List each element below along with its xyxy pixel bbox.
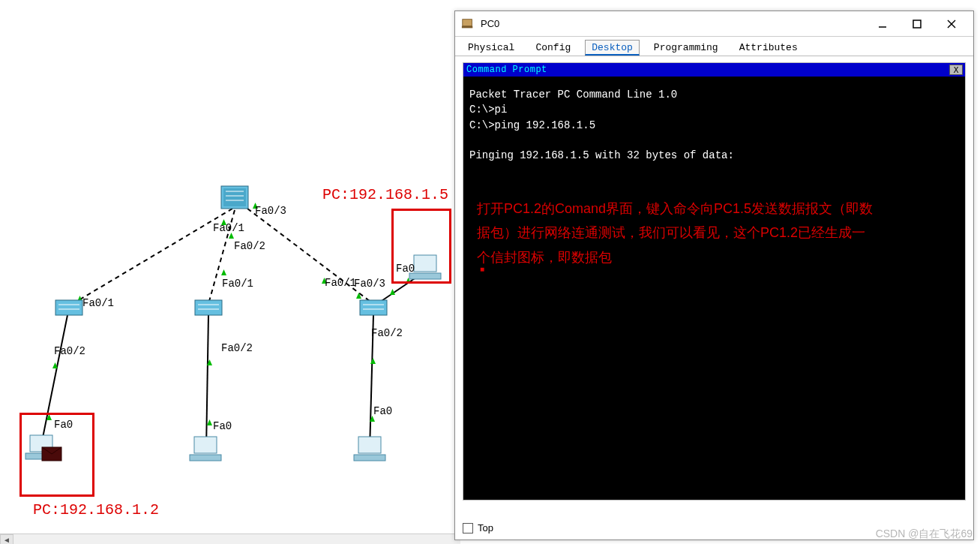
- annotation-pc-top-ip: PC:192.168.1.5: [322, 186, 448, 203]
- port-label: Fa0/1: [325, 277, 356, 289]
- port-label: Fa0: [373, 405, 392, 417]
- terminal-line: C:\>ping 192.168.1.5: [469, 119, 595, 131]
- core-switch-icon: [221, 186, 248, 209]
- svg-marker-19: [207, 419, 212, 425]
- terminal-line: C:\>pi: [469, 104, 507, 116]
- svg-rect-48: [462, 26, 472, 28]
- switch-left-icon: [55, 300, 82, 315]
- port-label: Fa0/1: [213, 222, 244, 234]
- always-on-top-checkbox[interactable]: [463, 523, 473, 533]
- port-label: Fa0/1: [222, 278, 253, 290]
- annotation-pc-left-ip: PC:192.168.1.2: [33, 501, 159, 518]
- svg-rect-47: [463, 19, 472, 26]
- port-label: Fa0/2: [221, 342, 253, 354]
- highlight-pc-top: [391, 209, 451, 284]
- terminal-overlay-note: 打开PC1.2的Comand界面，键入命令向PC1.5发送数据报文（即数据包）进…: [477, 197, 874, 269]
- switch-right-icon: [360, 300, 387, 315]
- window-title: PC0: [481, 18, 865, 29]
- svg-line-4: [206, 315, 208, 450]
- tab-programming[interactable]: Programming: [647, 40, 725, 56]
- close-button[interactable]: [934, 14, 969, 35]
- pc-app-icon: [461, 17, 475, 31]
- titlebar[interactable]: PC0: [455, 11, 973, 37]
- terminal-line: Pinging 192.168.1.5 with 32 bytes of dat…: [469, 149, 734, 161]
- pc-mid-icon: [190, 437, 221, 461]
- window-bottom-bar: Top: [463, 522, 493, 533]
- svg-marker-20: [370, 358, 376, 364]
- command-prompt-title: Command Prompt: [466, 65, 949, 75]
- pc0-window: PC0 Physical Config Desktop Programming …: [454, 11, 974, 540]
- terminal-line: Packet Tracer PC Command Line 1.0: [469, 89, 677, 101]
- always-on-top-label: Top: [478, 522, 493, 533]
- port-label: Fa0/3: [255, 205, 286, 217]
- command-prompt-titlebar: Command Prompt X: [463, 63, 965, 77]
- svg-rect-27: [55, 300, 82, 315]
- desktop-pane: Command Prompt X Packet Tracer PC Comman…: [463, 62, 966, 500]
- svg-rect-30: [195, 300, 222, 315]
- svg-marker-11: [221, 269, 226, 275]
- svg-line-0: [71, 209, 232, 305]
- command-prompt-terminal[interactable]: Packet Tracer PC Command Line 1.0 C:\>pi…: [463, 77, 965, 500]
- port-label: Fa0/1: [82, 297, 114, 309]
- port-label: Fa0/2: [371, 327, 403, 339]
- tab-attributes[interactable]: Attributes: [733, 40, 805, 56]
- svg-rect-43: [358, 437, 381, 453]
- maximize-button[interactable]: [900, 14, 934, 35]
- highlight-pc-left: [19, 413, 94, 497]
- tab-physical[interactable]: Physical: [461, 40, 521, 56]
- watermark: CSDN @自在飞花69: [876, 527, 973, 541]
- switch-mid-icon: [195, 300, 222, 315]
- canvas-h-scrollbar[interactable]: ◄: [0, 533, 460, 544]
- terminal-overlay-marker: ■: [480, 263, 484, 276]
- svg-rect-33: [360, 300, 387, 315]
- port-label: Fa0/2: [234, 240, 265, 252]
- scroll-left-arrow-icon[interactable]: ◄: [0, 534, 13, 544]
- port-label: Fa0/3: [354, 278, 385, 290]
- minimize-button[interactable]: [865, 14, 900, 35]
- command-prompt-close-button[interactable]: X: [949, 65, 963, 75]
- svg-rect-44: [354, 455, 385, 461]
- pc-right-icon: [354, 437, 385, 461]
- port-label: Fa0: [213, 420, 232, 432]
- tab-config[interactable]: Config: [529, 40, 577, 56]
- svg-rect-41: [194, 437, 217, 453]
- svg-rect-50: [913, 20, 921, 28]
- tab-desktop[interactable]: Desktop: [585, 40, 640, 56]
- svg-rect-42: [190, 455, 221, 461]
- tabs-bar: Physical Config Desktop Programming Attr…: [455, 37, 973, 56]
- port-label: Fa0/2: [54, 345, 85, 357]
